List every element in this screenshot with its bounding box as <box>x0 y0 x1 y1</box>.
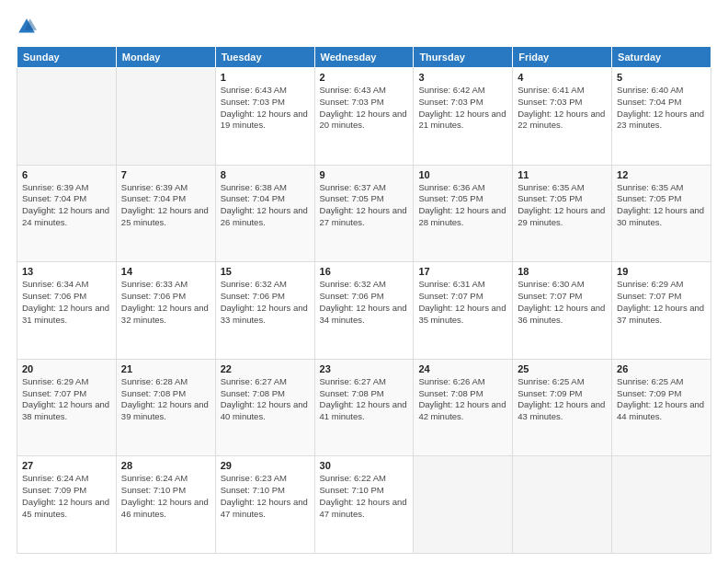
day-number: 9 <box>320 169 409 180</box>
day-number: 17 <box>418 266 507 277</box>
weekday-sunday: Sunday <box>17 47 117 68</box>
day-cell: 13Sunrise: 6:34 AMSunset: 7:06 PMDayligh… <box>17 262 117 360</box>
weekday-monday: Monday <box>116 47 215 68</box>
day-cell: 20Sunrise: 6:29 AMSunset: 7:07 PMDayligh… <box>17 359 117 456</box>
day-cell: 22Sunrise: 6:27 AMSunset: 7:08 PMDayligh… <box>215 359 314 456</box>
day-cell: 30Sunrise: 6:22 AMSunset: 7:10 PMDayligh… <box>314 456 414 554</box>
day-cell: 2Sunrise: 6:43 AMSunset: 7:03 PMDaylight… <box>314 68 414 166</box>
day-number: 6 <box>22 169 111 180</box>
day-cell <box>612 456 711 554</box>
weekday-wednesday: Wednesday <box>314 47 414 68</box>
day-cell <box>17 68 117 166</box>
day-cell: 26Sunrise: 6:25 AMSunset: 7:09 PMDayligh… <box>612 359 711 456</box>
day-info: Sunrise: 6:35 AMSunset: 7:05 PMDaylight:… <box>617 182 706 229</box>
day-cell: 16Sunrise: 6:32 AMSunset: 7:06 PMDayligh… <box>314 262 414 360</box>
day-info: Sunrise: 6:28 AMSunset: 7:08 PMDaylight:… <box>121 376 210 423</box>
day-number: 22 <box>221 363 310 374</box>
day-info: Sunrise: 6:32 AMSunset: 7:06 PMDaylight:… <box>221 279 310 326</box>
day-info: Sunrise: 6:27 AMSunset: 7:08 PMDaylight:… <box>320 376 409 423</box>
day-number: 26 <box>617 363 706 374</box>
day-number: 29 <box>221 460 310 471</box>
day-number: 28 <box>121 460 210 471</box>
weekday-header-row: SundayMondayTuesdayWednesdayThursdayFrid… <box>17 47 711 68</box>
day-info: Sunrise: 6:32 AMSunset: 7:06 PMDaylight:… <box>320 279 409 326</box>
page: SundayMondayTuesdayWednesdayThursdayFrid… <box>0 0 728 563</box>
day-info: Sunrise: 6:39 AMSunset: 7:04 PMDaylight:… <box>22 182 111 229</box>
day-cell: 5Sunrise: 6:40 AMSunset: 7:04 PMDaylight… <box>612 68 711 166</box>
day-cell: 24Sunrise: 6:26 AMSunset: 7:08 PMDayligh… <box>414 359 513 456</box>
week-row-2: 6Sunrise: 6:39 AMSunset: 7:04 PMDaylight… <box>17 165 711 262</box>
day-number: 25 <box>518 363 607 374</box>
week-row-5: 27Sunrise: 6:24 AMSunset: 7:09 PMDayligh… <box>17 456 711 554</box>
day-cell: 7Sunrise: 6:39 AMSunset: 7:04 PMDaylight… <box>116 165 215 262</box>
day-number: 30 <box>320 460 409 471</box>
day-number: 8 <box>221 169 310 180</box>
day-info: Sunrise: 6:24 AMSunset: 7:09 PMDaylight:… <box>22 473 111 520</box>
day-cell: 17Sunrise: 6:31 AMSunset: 7:07 PMDayligh… <box>414 262 513 360</box>
day-number: 10 <box>418 169 507 180</box>
day-info: Sunrise: 6:25 AMSunset: 7:09 PMDaylight:… <box>518 376 607 423</box>
day-number: 24 <box>418 363 507 374</box>
weekday-tuesday: Tuesday <box>215 47 314 68</box>
day-number: 2 <box>320 72 409 83</box>
day-number: 16 <box>320 266 409 277</box>
day-number: 23 <box>320 363 409 374</box>
day-number: 1 <box>221 72 310 83</box>
day-info: Sunrise: 6:23 AMSunset: 7:10 PMDaylight:… <box>221 473 310 520</box>
day-number: 19 <box>617 266 706 277</box>
day-info: Sunrise: 6:40 AMSunset: 7:04 PMDaylight:… <box>617 85 706 132</box>
logo <box>17 17 40 37</box>
day-cell: 21Sunrise: 6:28 AMSunset: 7:08 PMDayligh… <box>116 359 215 456</box>
day-cell: 6Sunrise: 6:39 AMSunset: 7:04 PMDaylight… <box>17 165 117 262</box>
day-number: 11 <box>518 169 607 180</box>
day-info: Sunrise: 6:35 AMSunset: 7:05 PMDaylight:… <box>518 182 607 229</box>
day-number: 27 <box>22 460 111 471</box>
day-info: Sunrise: 6:37 AMSunset: 7:05 PMDaylight:… <box>320 182 409 229</box>
logo-icon <box>17 17 37 37</box>
weekday-thursday: Thursday <box>414 47 513 68</box>
day-cell: 11Sunrise: 6:35 AMSunset: 7:05 PMDayligh… <box>513 165 612 262</box>
day-cell: 23Sunrise: 6:27 AMSunset: 7:08 PMDayligh… <box>314 359 414 456</box>
day-info: Sunrise: 6:39 AMSunset: 7:04 PMDaylight:… <box>121 182 210 229</box>
day-cell <box>513 456 612 554</box>
day-info: Sunrise: 6:38 AMSunset: 7:04 PMDaylight:… <box>221 182 310 229</box>
day-cell: 10Sunrise: 6:36 AMSunset: 7:05 PMDayligh… <box>414 165 513 262</box>
day-number: 3 <box>418 72 507 83</box>
day-info: Sunrise: 6:42 AMSunset: 7:03 PMDaylight:… <box>418 85 507 132</box>
day-cell: 18Sunrise: 6:30 AMSunset: 7:07 PMDayligh… <box>513 262 612 360</box>
weekday-saturday: Saturday <box>612 47 711 68</box>
day-cell: 27Sunrise: 6:24 AMSunset: 7:09 PMDayligh… <box>17 456 117 554</box>
day-cell: 25Sunrise: 6:25 AMSunset: 7:09 PMDayligh… <box>513 359 612 456</box>
day-info: Sunrise: 6:41 AMSunset: 7:03 PMDaylight:… <box>518 85 607 132</box>
day-info: Sunrise: 6:26 AMSunset: 7:08 PMDaylight:… <box>418 376 507 423</box>
day-info: Sunrise: 6:27 AMSunset: 7:08 PMDaylight:… <box>221 376 310 423</box>
weekday-friday: Friday <box>513 47 612 68</box>
day-number: 20 <box>22 363 111 374</box>
day-info: Sunrise: 6:43 AMSunset: 7:03 PMDaylight:… <box>320 85 409 132</box>
day-cell: 1Sunrise: 6:43 AMSunset: 7:03 PMDaylight… <box>215 68 314 166</box>
day-cell: 19Sunrise: 6:29 AMSunset: 7:07 PMDayligh… <box>612 262 711 360</box>
day-info: Sunrise: 6:24 AMSunset: 7:10 PMDaylight:… <box>121 473 210 520</box>
day-cell <box>414 456 513 554</box>
week-row-1: 1Sunrise: 6:43 AMSunset: 7:03 PMDaylight… <box>17 68 711 166</box>
day-number: 18 <box>518 266 607 277</box>
day-cell: 9Sunrise: 6:37 AMSunset: 7:05 PMDaylight… <box>314 165 414 262</box>
header <box>17 17 711 37</box>
day-number: 13 <box>22 266 111 277</box>
day-number: 4 <box>518 72 607 83</box>
day-info: Sunrise: 6:31 AMSunset: 7:07 PMDaylight:… <box>418 279 507 326</box>
day-cell: 14Sunrise: 6:33 AMSunset: 7:06 PMDayligh… <box>116 262 215 360</box>
day-number: 7 <box>121 169 210 180</box>
day-cell: 3Sunrise: 6:42 AMSunset: 7:03 PMDaylight… <box>414 68 513 166</box>
day-cell: 28Sunrise: 6:24 AMSunset: 7:10 PMDayligh… <box>116 456 215 554</box>
calendar-table: SundayMondayTuesdayWednesdayThursdayFrid… <box>17 46 711 554</box>
week-row-4: 20Sunrise: 6:29 AMSunset: 7:07 PMDayligh… <box>17 359 711 456</box>
day-info: Sunrise: 6:36 AMSunset: 7:05 PMDaylight:… <box>418 182 507 229</box>
day-info: Sunrise: 6:33 AMSunset: 7:06 PMDaylight:… <box>121 279 210 326</box>
day-info: Sunrise: 6:30 AMSunset: 7:07 PMDaylight:… <box>518 279 607 326</box>
day-cell <box>116 68 215 166</box>
day-cell: 29Sunrise: 6:23 AMSunset: 7:10 PMDayligh… <box>215 456 314 554</box>
day-cell: 12Sunrise: 6:35 AMSunset: 7:05 PMDayligh… <box>612 165 711 262</box>
day-info: Sunrise: 6:43 AMSunset: 7:03 PMDaylight:… <box>221 85 310 132</box>
day-info: Sunrise: 6:29 AMSunset: 7:07 PMDaylight:… <box>22 376 111 423</box>
